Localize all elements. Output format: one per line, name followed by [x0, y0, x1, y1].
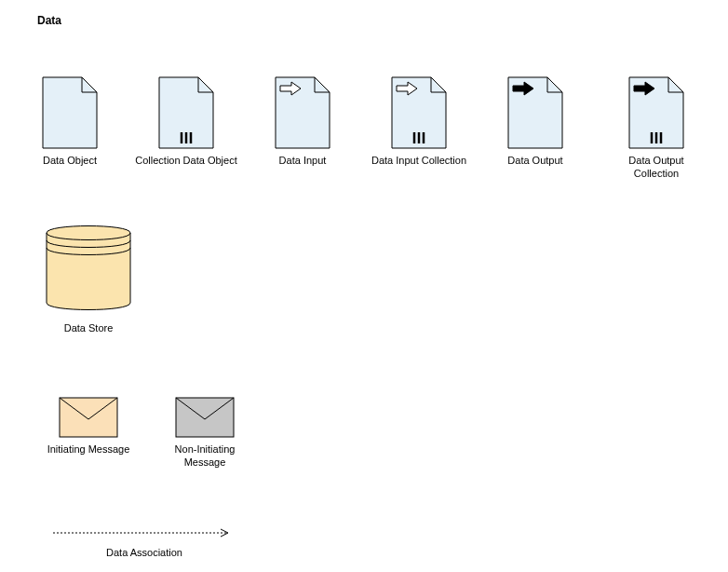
non-initiating-message-icon	[154, 391, 256, 438]
item-label: Initiating Message	[37, 443, 140, 456]
item-label: Data Input Collection	[368, 155, 470, 168]
item-label: Data Output	[484, 155, 586, 168]
initiating-message-icon	[37, 391, 140, 438]
item-non-initiating-message: Non-Initiating Message	[154, 391, 256, 470]
item-data-input-collection: Data Input Collection	[368, 56, 470, 168]
data-input-icon	[251, 56, 354, 149]
item-label: Collection Data Object	[135, 155, 237, 168]
item-data-object: Data Object	[19, 56, 121, 168]
collection-data-object-icon	[135, 56, 237, 149]
data-object-icon	[19, 56, 121, 149]
item-data-output-collection: Data Output Collection	[605, 56, 708, 181]
data-store-icon	[37, 214, 140, 317]
item-label: Data Output Collection	[605, 155, 708, 181]
item-data-input: Data Input	[251, 56, 354, 168]
item-data-association: Data Association	[51, 526, 237, 560]
item-label: Data Association	[51, 547, 237, 560]
data-output-collection-icon	[605, 56, 708, 149]
data-input-collection-icon	[368, 56, 470, 149]
item-collection-data-object: Collection Data Object	[135, 56, 237, 168]
item-initiating-message: Initiating Message	[37, 391, 140, 456]
section-title: Data	[37, 14, 61, 27]
data-output-icon	[484, 56, 586, 149]
data-association-icon	[51, 526, 237, 539]
item-label: Data Object	[19, 155, 121, 168]
item-label: Data Input	[251, 155, 354, 168]
item-label: Non-Initiating Message	[154, 443, 256, 470]
item-data-output: Data Output	[484, 56, 586, 168]
item-label: Data Store	[37, 322, 140, 335]
item-data-store: Data Store	[37, 214, 140, 335]
